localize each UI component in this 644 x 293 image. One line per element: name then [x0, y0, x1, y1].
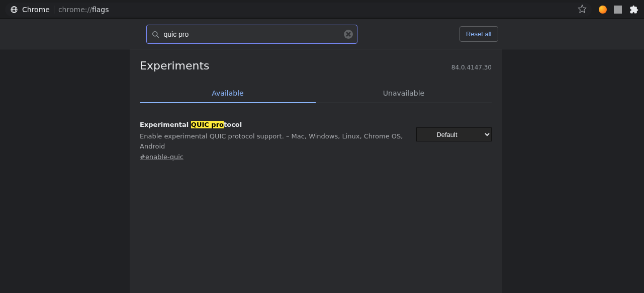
chrome-version: 84.0.4147.30 [451, 64, 492, 71]
flags-tabs: Available Unavailable [140, 84, 492, 103]
site-info-icon[interactable] [10, 6, 18, 14]
omnibox-site-label: Chrome [22, 6, 54, 14]
flag-title: Experimental QUIC protocol [140, 120, 404, 129]
reset-all-button[interactable]: Reset all [459, 26, 498, 42]
tab-available[interactable]: Available [140, 84, 316, 103]
omnibox[interactable]: Chrome chrome://flags [5, 3, 592, 17]
right-gutter [502, 49, 644, 293]
search-input[interactable] [164, 30, 344, 38]
extension-placeholder-icon[interactable] [614, 6, 622, 14]
omnibox-url-path: flags [92, 6, 109, 14]
content-column: Experiments 84.0.4147.30 Available Unava… [130, 49, 502, 293]
svg-marker-3 [579, 5, 586, 13]
extensions-puzzle-icon[interactable] [629, 5, 639, 15]
search-icon [151, 30, 160, 39]
extension-icon[interactable] [599, 6, 607, 14]
bookmark-star-icon[interactable] [578, 4, 587, 15]
page-title: Experiments [140, 59, 210, 72]
svg-point-4 [152, 31, 157, 36]
browser-toolbar-icons [592, 5, 639, 15]
flag-state-select[interactable]: Default [416, 127, 492, 141]
flags-toolbar: Reset all [0, 19, 644, 49]
flag-entry: Experimental QUIC protocol Enable experi… [140, 120, 492, 161]
left-gutter [0, 49, 130, 293]
flag-anchor-link[interactable]: #enable-quic [140, 153, 183, 161]
flag-description: Enable experimental QUIC protocol suppor… [140, 131, 404, 151]
flags-search-box[interactable] [146, 25, 357, 44]
omnibox-url-scheme: chrome:// [58, 6, 92, 14]
tab-unavailable[interactable]: Unavailable [316, 84, 492, 103]
browser-chrome-bar: Chrome chrome://flags [0, 0, 644, 19]
clear-search-icon[interactable] [344, 30, 353, 39]
search-highlight: QUIC pro [191, 121, 224, 128]
svg-line-5 [157, 36, 159, 38]
